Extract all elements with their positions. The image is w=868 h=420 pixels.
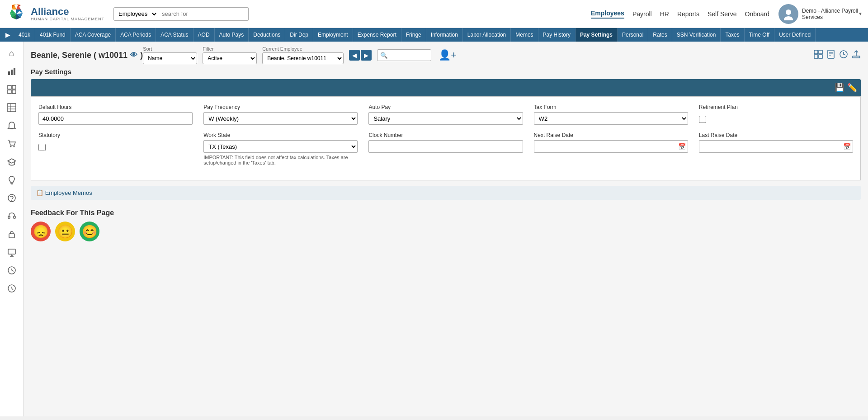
statutory-checkbox[interactable] (38, 144, 46, 151)
top-header: Alliance Human Capital Management Employ… (0, 0, 868, 28)
logo-sub: Human Capital Management (31, 17, 104, 21)
add-employee-button[interactable]: 👤+ (439, 49, 457, 61)
tab-pay-history[interactable]: Pay History (538, 28, 576, 42)
tax-form-select[interactable]: W2 (534, 112, 688, 125)
tab-401k[interactable]: 401k (14, 28, 35, 42)
nav-employees[interactable]: Employees (591, 9, 624, 19)
tab-taxes[interactable]: Taxes (721, 28, 744, 42)
next-raise-date-input[interactable] (534, 142, 676, 152)
employee-search-input[interactable] (377, 49, 431, 61)
user-dropdown-arrow[interactable]: ▼ (858, 11, 863, 16)
sidebar-clock-icon[interactable] (4, 262, 20, 278)
tab-bar: ▶ 401k 401k Fund ACA Coverage ACA Period… (0, 28, 868, 42)
prev-employee-button[interactable]: ◀ (349, 50, 360, 61)
tab-aca-coverage[interactable]: ACA Coverage (71, 28, 116, 42)
sidebar-headset-icon[interactable] (4, 208, 20, 224)
nav-self-serve[interactable]: Self Serve (708, 10, 737, 18)
tab-personal[interactable]: Personal (618, 28, 648, 42)
feedback-bad-button[interactable]: 😞 (31, 222, 51, 241)
eye-icon[interactable]: 👁 (130, 51, 137, 59)
tab-auto-pays[interactable]: Auto Pays (215, 28, 249, 42)
tab-memos[interactable]: Memos (511, 28, 538, 42)
sidebar-graduation-icon[interactable] (4, 154, 20, 170)
sidebar-cart-icon[interactable] (4, 136, 20, 152)
sidebar-monitor-icon[interactable] (4, 244, 20, 260)
svg-rect-37 (9, 234, 14, 238)
main-nav: Employees Payroll HR Reports Self Serve … (591, 9, 769, 19)
grid-view-button[interactable] (814, 50, 823, 61)
svg-point-15 (784, 16, 793, 20)
good-emoji: 😊 (82, 224, 98, 239)
tab-expense-report[interactable]: Expense Report (353, 28, 401, 42)
document-button[interactable] (826, 50, 835, 61)
next-raise-date-calendar-icon[interactable]: 📅 (676, 143, 688, 150)
sidebar-time-icon[interactable] (4, 280, 20, 297)
tab-ssn-verification[interactable]: SSN Verification (672, 28, 721, 42)
logo-text: Alliance Human Capital Management (31, 7, 104, 21)
retirement-plan-checkbox[interactable] (699, 116, 706, 123)
auto-pay-select[interactable]: Salary (368, 112, 523, 125)
user-sub: Services (802, 14, 858, 20)
pay-frequency-group: Pay Frequency W (Weekly) (203, 104, 358, 125)
nav-payroll[interactable]: Payroll (632, 10, 652, 18)
history-button[interactable] (839, 50, 848, 61)
feedback-neutral-button[interactable]: 😐 (55, 222, 75, 241)
tab-expand-icon[interactable]: ▶ (2, 31, 14, 38)
last-raise-date-calendar-icon[interactable]: 📅 (841, 143, 853, 150)
nav-onboard[interactable]: Onboard (745, 10, 769, 18)
tab-aod[interactable]: AOD (193, 28, 215, 42)
form-panel: Default Hours Pay Frequency W (Weekly) A… (31, 96, 861, 180)
tab-user-defined[interactable]: User Defined (774, 28, 816, 42)
default-hours-input[interactable] (38, 112, 193, 125)
sidebar-question-icon[interactable] (4, 190, 20, 206)
nav-reports[interactable]: Reports (677, 10, 699, 18)
last-raise-date-input[interactable] (699, 142, 841, 152)
current-employee-select[interactable]: Beanie, Serenie w10011 (262, 52, 344, 64)
svg-rect-51 (819, 55, 822, 58)
employee-memos-link[interactable]: 📋 Employee Memos (36, 189, 92, 196)
tab-labor-allocation[interactable]: Labor Allocation (463, 28, 511, 42)
clock-number-label: Clock Number (368, 132, 523, 138)
banner-edit-icon[interactable]: ✏️ (847, 83, 857, 93)
svg-rect-20 (12, 85, 16, 89)
nav-buttons: ◀ ▶ (349, 50, 372, 61)
work-state-select[interactable]: TX (Texas) (203, 140, 358, 153)
banner-save-icon[interactable]: 💾 (835, 83, 844, 93)
sidebar-bell-icon[interactable] (4, 118, 20, 134)
tab-rates[interactable]: Rates (648, 28, 672, 42)
search-category-select[interactable]: Employees (113, 7, 158, 21)
tab-401k-fund[interactable]: 401k Fund (35, 28, 71, 42)
tax-form-group: Tax Form W2 (534, 104, 688, 125)
tab-deductions[interactable]: Deductions (249, 28, 285, 42)
filter-label: Filter (203, 46, 257, 52)
sidebar-lock-icon[interactable] (4, 226, 20, 242)
pay-frequency-select[interactable]: W (Weekly) (203, 112, 358, 125)
tab-dir-dep[interactable]: Dir Dep (285, 28, 313, 42)
upload-button[interactable] (852, 50, 861, 61)
tab-aca-periods[interactable]: ACA Periods (116, 28, 156, 42)
svg-rect-23 (8, 104, 16, 112)
feedback-good-button[interactable]: 😊 (80, 222, 99, 241)
tab-pay-settings[interactable]: Pay Settings (576, 28, 618, 42)
sidebar-chart-icon[interactable] (4, 63, 20, 80)
next-raise-date-label: Next Raise Date (534, 132, 688, 138)
sidebar-lightbulb-icon[interactable] (4, 172, 20, 188)
sidebar-table-icon[interactable] (4, 99, 20, 116)
tab-employment[interactable]: Employment (313, 28, 353, 42)
work-state-label: Work State (203, 132, 358, 138)
nav-hr[interactable]: HR (660, 10, 669, 18)
search-input[interactable] (158, 7, 249, 21)
sidebar-home-icon[interactable]: ⌂ (4, 45, 20, 61)
tab-time-off[interactable]: Time Off (745, 28, 774, 42)
tab-aca-status[interactable]: ACA Status (156, 28, 193, 42)
alliance-logo (5, 3, 27, 25)
sidebar-grid-icon[interactable] (4, 81, 20, 98)
tab-information[interactable]: Information (426, 28, 463, 42)
statutory-label: Statutory (38, 132, 193, 138)
sort-select[interactable]: Name (143, 52, 197, 64)
statutory-group: Statutory (38, 132, 193, 165)
next-employee-button[interactable]: ▶ (361, 50, 372, 61)
tab-fringe[interactable]: Fringe (401, 28, 426, 42)
filter-select[interactable]: Active (203, 52, 257, 64)
clock-number-input[interactable] (368, 140, 523, 153)
